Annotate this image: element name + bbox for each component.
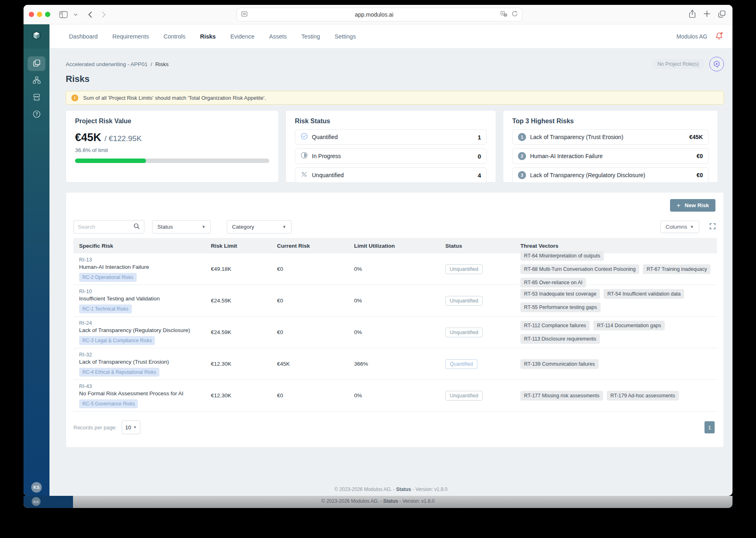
risk-status-row: In Progress 0 [295, 148, 487, 164]
risk-name: Lack of Transparency (Regulatory Disclos… [79, 327, 205, 333]
threat-vector-chip: RT-112 Compliance failures [520, 321, 590, 330]
risk-category-badge: RC-5 Governance Risks [79, 399, 138, 408]
nav-item-assets[interactable]: Assets [269, 33, 287, 40]
table-row[interactable]: RI-24 Lack of Transparency (Regulatory D… [73, 317, 717, 348]
nav-item-settings[interactable]: Settings [335, 33, 356, 40]
search-input[interactable] [78, 224, 133, 230]
table-row[interactable]: RI-13 Human-AI Interaction Failure RC-2 … [73, 253, 717, 285]
nav-item-risks[interactable]: Risks [200, 33, 216, 40]
user-avatar[interactable]: KS [31, 482, 42, 493]
risk-id-link[interactable]: RI-32 [79, 352, 205, 358]
card-title: Project Risk Value [75, 118, 269, 125]
sidebar-item-marketplace[interactable] [28, 90, 45, 105]
table-row[interactable]: RI-43 No Formal Risk Assessment Process … [73, 380, 717, 412]
column-header-limit-utilization: Limit Utilization [348, 243, 440, 249]
current-risk-value: €0 [271, 298, 348, 304]
tab-overview-icon[interactable] [718, 10, 726, 19]
page-number-button[interactable]: 1 [704, 421, 715, 433]
status-filter-select[interactable]: Status▼ [152, 220, 211, 234]
translate-icon[interactable] [500, 11, 507, 19]
risk-category-badge: RC-1 Technical Risks [79, 304, 132, 313]
url-text[interactable]: app.modulos.ai [248, 11, 500, 18]
risk-limit-value: €49.18K [205, 266, 271, 272]
columns-select[interactable]: Columns▼ [660, 221, 699, 233]
status-badge: Quantified [445, 359, 477, 369]
category-filter-select[interactable]: Category▼ [227, 220, 292, 234]
zoom-window-button[interactable] [45, 12, 50, 17]
plus-icon: + [677, 202, 681, 209]
risk-limit-value: €12.30K [205, 392, 271, 399]
threat-vector-chip: RT-179 Ad-hoc assessments [607, 391, 679, 401]
background-window-sidebar: KS [24, 496, 73, 508]
minimize-window-button[interactable] [37, 12, 42, 17]
browser-titlebar: app.modulos.ai [24, 5, 732, 24]
nav-item-controls[interactable]: Controls [163, 33, 185, 40]
sidebar-item-hierarchy[interactable] [28, 73, 45, 88]
status-badge: Unquantified [445, 264, 483, 274]
risk-status-row: Unquantified 4 [295, 167, 487, 183]
sidebar-item-help[interactable]: ? [28, 107, 45, 122]
table-row[interactable]: RI-10 Insufficient Testing and Validatio… [73, 285, 717, 317]
risk-progress-fill [75, 159, 146, 163]
records-per-page-select[interactable]: 10▼ [122, 420, 140, 434]
background-footer-text: © 2023-2026 Modulos AG. - Status - Versi… [24, 498, 732, 504]
search-icon[interactable] [133, 223, 140, 231]
risk-id-link[interactable]: RI-10 [79, 288, 205, 294]
risk-limit-total: / €122.95K [105, 134, 142, 143]
risk-limit-value: €24.59K [205, 298, 271, 304]
risk-id-link[interactable]: RI-24 [79, 320, 205, 326]
current-risk-value: €0 [271, 266, 348, 272]
threat-vector-chip: RT-68 Multi-Turn Conversation Context Po… [520, 264, 639, 274]
top-risk-name: Lack of Transparency (Regulatory Disclos… [530, 172, 645, 178]
breadcrumb-project-link[interactable]: Accelerated underwriting - APP01 [66, 61, 148, 67]
share-icon[interactable] [689, 10, 696, 20]
sidebar-item-projects[interactable] [28, 56, 45, 71]
threat-vector-chip: RT-65 Over-reliance on AI [520, 278, 586, 287]
top-risk-row: 3 Lack of Transparency (Regulatory Discl… [512, 167, 709, 183]
info-icon: i [71, 94, 78, 101]
projects-copy-icon [32, 59, 41, 69]
limit-utilization-value: 0% [348, 298, 440, 304]
table-row[interactable]: RI-32 Lack of Transparency (Trust Erosio… [73, 348, 717, 380]
risks-table-card: + New Risk Status▼ Ca [66, 192, 724, 448]
risk-value: €45K [75, 131, 101, 144]
app-footer: © 2023-2026 Modulos AG. - Status - Versi… [49, 487, 732, 492]
threat-vector-chip: RT-177 Missing risk assessments [520, 391, 603, 401]
risk-id-link[interactable]: RI-13 [79, 257, 205, 263]
threat-vector-chip: RT-139 Communication failures [520, 359, 599, 369]
top-risk-row: 1 Lack of Transparency (Trust Erosion) €… [512, 129, 709, 145]
back-icon[interactable] [88, 11, 92, 18]
browser-window: app.modulos.ai [24, 5, 732, 496]
nav-item-dashboard[interactable]: Dashboard [69, 33, 98, 40]
chevron-down-icon: ▼ [282, 225, 286, 229]
org-menu[interactable]: Modulos AG [677, 33, 707, 40]
nav-item-requirements[interactable]: Requirements [112, 33, 149, 40]
address-bar[interactable]: app.modulos.ai [236, 8, 522, 21]
card-title: Top 3 Highest Risks [512, 118, 709, 125]
nav-item-testing[interactable]: Testing [301, 33, 320, 40]
current-risk-value: €45K [271, 361, 348, 367]
status-badge: Unquantified [445, 296, 483, 306]
risk-id-link[interactable]: RI-43 [79, 383, 205, 389]
notification-bell-icon[interactable] [715, 31, 724, 42]
fullscreen-icon[interactable] [709, 223, 716, 231]
rank-badge: 3 [518, 171, 526, 179]
background-window-strip: KS © 2023-2026 Modulos AG. - Status - Ve… [24, 496, 732, 508]
sidebar-toggle-icon[interactable] [59, 11, 68, 18]
chevron-down-icon[interactable] [73, 13, 78, 16]
copyright-text: © 2023-2026 Modulos AG. - [334, 487, 395, 492]
page-title: Risks [66, 74, 716, 84]
new-tab-icon[interactable] [703, 10, 711, 19]
nav-item-evidence[interactable]: Evidence [230, 33, 255, 40]
rank-badge: 2 [518, 152, 526, 160]
new-risk-button[interactable]: + New Risk [670, 199, 715, 212]
threat-vector-chip: RT-113 Disclosure requirements [520, 334, 600, 344]
status-link[interactable]: Status [396, 487, 411, 492]
version-text: - Version: v1.8.0 [412, 487, 448, 492]
modulos-logo[interactable] [24, 24, 49, 49]
card-title: Risk Status [295, 118, 487, 125]
forward-icon[interactable] [101, 11, 106, 18]
close-window-button[interactable] [29, 12, 34, 17]
reload-icon[interactable] [511, 11, 518, 19]
ai-assistant-button[interactable] [709, 57, 724, 71]
